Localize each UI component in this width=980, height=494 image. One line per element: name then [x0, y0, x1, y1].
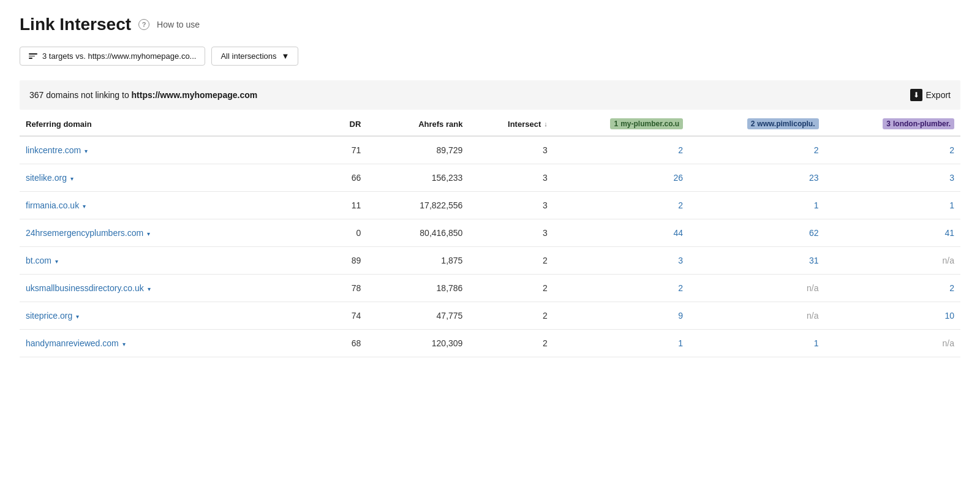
- how-to-use-link[interactable]: How to use: [157, 20, 200, 29]
- t2-value[interactable]: 62: [809, 228, 819, 238]
- th-intersect[interactable]: Intersect ↓: [469, 110, 553, 136]
- export-icon: ⬇: [910, 89, 922, 101]
- results-table: Referring domain DR Ahrefs rank Intersec…: [20, 110, 960, 357]
- t3-value[interactable]: 10: [944, 311, 954, 321]
- domain-caret[interactable]: ▾: [147, 230, 150, 237]
- target1-badge: 1 my-plumber.co.u: [610, 118, 683, 129]
- export-button[interactable]: ⬇ Export: [910, 89, 951, 101]
- target3-badge: 3 london-plumber.: [883, 118, 954, 129]
- cell-dr: 66: [307, 164, 367, 192]
- cell-t2: n/a: [689, 302, 824, 330]
- th-target1: 1 my-plumber.co.u: [554, 110, 689, 136]
- page-header: Link Intersect ? How to use: [20, 15, 960, 34]
- cell-t1: 2: [554, 192, 689, 219]
- help-icon[interactable]: ?: [138, 19, 149, 30]
- cell-t1: 9: [554, 302, 689, 330]
- t1-value[interactable]: 2: [678, 200, 683, 210]
- domain-caret[interactable]: ▾: [83, 203, 86, 210]
- cell-t3: n/a: [825, 247, 960, 275]
- cell-t1: 2: [554, 136, 689, 164]
- cell-dr: 74: [307, 302, 367, 330]
- target-domain: https://www.myhomepage.com: [132, 90, 258, 100]
- cell-intersect: 3: [469, 192, 553, 219]
- cell-dr: 89: [307, 247, 367, 275]
- t3-value[interactable]: 2: [949, 283, 954, 293]
- intersections-button[interactable]: All intersections ▼: [211, 47, 298, 66]
- domain-caret[interactable]: ▾: [123, 341, 126, 348]
- domain-link[interactable]: sitelike.org: [26, 173, 67, 183]
- filter-icon: [29, 53, 37, 59]
- cell-ahrefs-rank: 120,309: [367, 330, 469, 357]
- domain-link[interactable]: siteprice.org: [26, 311, 72, 321]
- th-target2: 2 www.pimlicoplu.: [689, 110, 824, 136]
- toolbar: 3 targets vs. https://www.myhomepage.co.…: [20, 47, 960, 66]
- cell-dr: 78: [307, 275, 367, 302]
- domain-caret[interactable]: ▾: [70, 175, 74, 182]
- target2-badge: 2 www.pimlicoplu.: [747, 118, 819, 129]
- table-row: bt.com ▾ 89 1,875 2 3 31 n/a: [20, 247, 960, 275]
- cell-t1: 44: [554, 219, 689, 247]
- th-dr: DR: [307, 110, 367, 136]
- domain-caret[interactable]: ▾: [85, 148, 88, 154]
- domain-link[interactable]: bt.com: [26, 256, 51, 265]
- na-value: n/a: [807, 283, 818, 293]
- domain-link[interactable]: firmania.co.uk: [26, 200, 79, 210]
- t1-value[interactable]: 2: [678, 145, 683, 155]
- cell-domain: linkcentre.com ▾: [20, 136, 307, 164]
- domain-link[interactable]: linkcentre.com: [26, 145, 81, 155]
- cell-t3: 10: [825, 302, 960, 330]
- t2-value[interactable]: 1: [814, 338, 819, 348]
- table-row: handymanreviewed.com ▾ 68 120,309 2 1 1 …: [20, 330, 960, 357]
- cell-t2: 23: [689, 164, 824, 192]
- cell-t1: 1: [554, 330, 689, 357]
- t2-value[interactable]: 31: [809, 256, 819, 265]
- cell-ahrefs-rank: 89,729: [367, 136, 469, 164]
- t1-value[interactable]: 26: [674, 173, 684, 183]
- t2-value[interactable]: 1: [814, 200, 819, 210]
- cell-domain: bt.com ▾: [20, 247, 307, 275]
- t3-value[interactable]: 1: [949, 200, 954, 210]
- cell-intersect: 2: [469, 330, 553, 357]
- domain-link[interactable]: uksmallbusinessdirectory.co.uk: [26, 283, 144, 293]
- cell-t2: 62: [689, 219, 824, 247]
- cell-dr: 68: [307, 330, 367, 357]
- cell-intersect: 3: [469, 136, 553, 164]
- domain-link[interactable]: 24hrsemergencyplumbers.com: [26, 228, 143, 238]
- t3-value[interactable]: 2: [949, 145, 954, 155]
- domain-link[interactable]: handymanreviewed.com: [26, 338, 119, 348]
- cell-intersect: 3: [469, 219, 553, 247]
- cell-t3: 2: [825, 275, 960, 302]
- t3-value[interactable]: 41: [944, 228, 954, 238]
- sort-arrow: ↓: [544, 120, 548, 127]
- domain-caret[interactable]: ▾: [148, 286, 151, 292]
- table-row: uksmallbusinessdirectory.co.uk ▾ 78 18,7…: [20, 275, 960, 302]
- t1-value[interactable]: 3: [678, 256, 683, 265]
- cell-domain: sitelike.org ▾: [20, 164, 307, 192]
- th-ahrefs-rank: Ahrefs rank: [367, 110, 469, 136]
- domain-caret[interactable]: ▾: [76, 313, 79, 320]
- cell-t1: 3: [554, 247, 689, 275]
- cell-domain: 24hrsemergencyplumbers.com ▾: [20, 219, 307, 247]
- table-row: firmania.co.uk ▾ 11 17,822,556 3 2 1 1: [20, 192, 960, 219]
- cell-t2: 1: [689, 192, 824, 219]
- intersections-caret: ▼: [282, 51, 290, 61]
- summary-bar: 367 domains not linking to https://www.m…: [20, 80, 960, 110]
- targets-label: 3 targets vs. https://www.myhomepage.co.…: [42, 51, 196, 61]
- table-header-row: Referring domain DR Ahrefs rank Intersec…: [20, 110, 960, 136]
- t3-value[interactable]: 3: [949, 173, 954, 183]
- t2-value[interactable]: 2: [814, 145, 819, 155]
- targets-button[interactable]: 3 targets vs. https://www.myhomepage.co.…: [20, 47, 205, 66]
- na-value: n/a: [943, 338, 954, 348]
- cell-dr: 11: [307, 192, 367, 219]
- cell-intersect: 2: [469, 247, 553, 275]
- table-row: linkcentre.com ▾ 71 89,729 3 2 2 2: [20, 136, 960, 164]
- domain-caret[interactable]: ▾: [55, 258, 58, 265]
- t1-value[interactable]: 44: [674, 228, 684, 238]
- t1-value[interactable]: 1: [678, 338, 683, 348]
- t1-value[interactable]: 2: [678, 283, 683, 293]
- cell-t3: 2: [825, 136, 960, 164]
- cell-t3: 3: [825, 164, 960, 192]
- t2-value[interactable]: 23: [809, 173, 819, 183]
- cell-ahrefs-rank: 17,822,556: [367, 192, 469, 219]
- t1-value[interactable]: 9: [678, 311, 683, 321]
